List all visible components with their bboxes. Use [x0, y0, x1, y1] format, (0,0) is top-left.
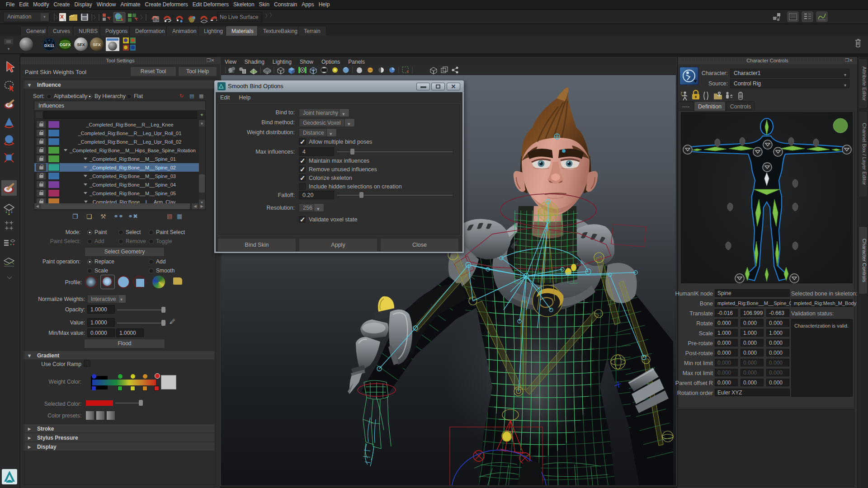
svg-text:SFX: SFX [77, 42, 85, 47]
svg-text:CGFX: CGFX [59, 42, 71, 47]
svg-text:DX11: DX11 [44, 43, 54, 48]
svg-text:SFX: SFX [93, 42, 101, 47]
